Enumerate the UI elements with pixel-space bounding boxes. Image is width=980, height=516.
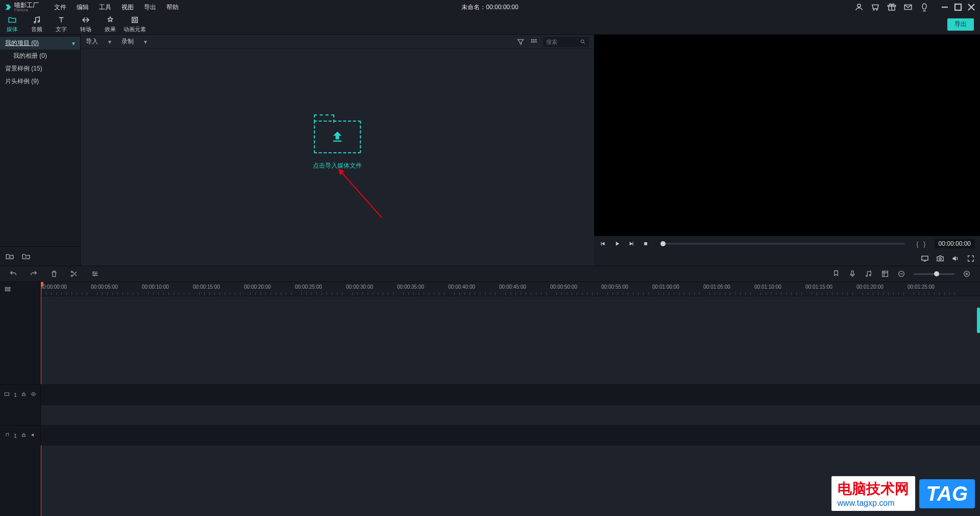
ruler-tick: 00:01:10:00 xyxy=(754,284,781,290)
audio-track-header[interactable]: 1 xyxy=(0,425,40,445)
tab-audio[interactable]: 音频 xyxy=(24,14,49,34)
import-drop-area[interactable]: 点击导入媒体文件 xyxy=(81,49,594,266)
preview-bottom-bar xyxy=(594,251,980,266)
ruler-tick: 00:00:35:00 xyxy=(397,284,424,290)
ruler-tick: 00:00:00:00 xyxy=(41,284,67,290)
ruler-tick: 00:01:00:00 xyxy=(652,284,679,290)
add-folder-icon[interactable] xyxy=(5,252,14,261)
chevron-down-icon: ▾ xyxy=(72,40,75,47)
svg-rect-14 xyxy=(5,392,9,395)
zoom-slider[interactable] xyxy=(914,273,954,275)
tab-effect[interactable]: 效果 xyxy=(98,14,122,34)
tab-transition[interactable]: 转场 xyxy=(74,14,98,34)
titlebar-right xyxy=(854,3,976,12)
import-dropdown[interactable]: 导入 ▾ xyxy=(86,37,111,46)
mark-brackets[interactable]: { } xyxy=(916,240,927,248)
mail-icon[interactable] xyxy=(903,3,913,12)
audio-track-icon xyxy=(4,432,10,439)
app-logo: 喵影工厂 Filmora xyxy=(4,2,39,12)
preview-scrubber[interactable] xyxy=(660,243,905,245)
snapshot-icon[interactable] xyxy=(936,254,944,263)
video-track-lane[interactable] xyxy=(41,384,980,405)
play-button[interactable] xyxy=(614,240,621,247)
eye-icon[interactable] xyxy=(31,391,36,398)
effect-icon xyxy=(106,15,115,25)
sidebar-item-my-album[interactable]: 我的相册 (0) xyxy=(0,50,80,62)
drop-folder-icon xyxy=(314,121,361,153)
cart-icon[interactable] xyxy=(871,3,880,12)
maximize-button[interactable] xyxy=(953,3,963,12)
menu-file[interactable]: 文件 xyxy=(54,3,66,12)
ruler-tick: 00:00:30:00 xyxy=(346,284,373,290)
timeline-options-button[interactable] xyxy=(0,282,40,296)
audio-track-lane[interactable] xyxy=(41,425,980,445)
close-button[interactable] xyxy=(967,3,976,12)
preview-viewport[interactable] xyxy=(594,35,980,236)
zoom-out-icon[interactable] xyxy=(897,270,905,278)
text-icon xyxy=(57,15,66,25)
animation-icon xyxy=(130,15,139,25)
menu-export[interactable]: 导出 xyxy=(144,3,156,12)
ruler-tick: 00:00:15:00 xyxy=(193,284,220,290)
stop-button[interactable] xyxy=(642,240,649,247)
tab-animation[interactable]: 动画元素 xyxy=(122,14,147,34)
menu-edit[interactable]: 编辑 xyxy=(77,3,89,12)
svg-rect-0 xyxy=(955,4,961,10)
export-button[interactable]: 导出 xyxy=(947,18,974,31)
search-input[interactable] xyxy=(543,37,589,47)
ruler-tick: 00:00:50:00 xyxy=(550,284,577,290)
media-toolbar: 导入 ▾ 录制 ▾ xyxy=(81,35,594,49)
prev-frame-button[interactable] xyxy=(599,240,606,247)
menu-view[interactable]: 视图 xyxy=(121,3,134,12)
display-icon[interactable] xyxy=(921,254,929,263)
tab-text[interactable]: 文字 xyxy=(49,14,74,34)
undo-icon[interactable] xyxy=(9,270,17,278)
minimize-button[interactable] xyxy=(940,3,949,12)
music-icon xyxy=(32,15,41,25)
zoom-in-icon[interactable] xyxy=(963,270,971,278)
menubar: 文件 编辑 工具 视图 导出 帮助 xyxy=(54,3,179,12)
timeline-ruler[interactable]: 00:00:00:0000:00:05:0000:00:10:0000:00:1… xyxy=(41,282,980,296)
ruler-tick: 00:00:40:00 xyxy=(448,284,475,290)
render-icon[interactable] xyxy=(881,270,889,278)
chevron-down-icon: ▾ xyxy=(144,38,147,45)
sidebar-item-intros[interactable]: 片头样例 (9) xyxy=(0,75,80,88)
sidebar: 我的项目 (0) ▾ 我的相册 (0) 背景样例 (15) 片头样例 (9) xyxy=(0,35,81,266)
next-frame-button[interactable] xyxy=(628,240,635,247)
feedback-icon[interactable] xyxy=(920,3,929,12)
user-icon[interactable] xyxy=(854,3,864,12)
grid-view-icon[interactable] xyxy=(530,38,538,46)
speaker-icon[interactable] xyxy=(31,432,36,439)
folder-icon xyxy=(8,15,17,25)
preview-panel: { } 00:00:00:00 xyxy=(594,35,980,266)
voiceover-icon[interactable] xyxy=(848,270,856,278)
split-icon[interactable] xyxy=(70,270,79,278)
svg-rect-4 xyxy=(644,242,647,245)
search-field[interactable] xyxy=(546,39,577,45)
ruler-tick: 00:01:25:00 xyxy=(908,284,935,290)
delete-icon[interactable] xyxy=(50,270,58,278)
gift-icon[interactable] xyxy=(887,3,896,12)
video-track-header[interactable]: 1 xyxy=(0,384,40,405)
record-dropdown[interactable]: 录制 ▾ xyxy=(121,37,147,46)
volume-icon[interactable] xyxy=(951,254,960,263)
track-gap xyxy=(41,405,980,425)
ruler-tick: 00:00:25:00 xyxy=(295,284,322,290)
tool-tabs: 媒体 音频 文字 转场 效果 动画元素 导出 xyxy=(0,14,980,35)
menu-tools[interactable]: 工具 xyxy=(99,3,111,12)
menu-help[interactable]: 帮助 xyxy=(166,3,179,12)
sidebar-item-backgrounds[interactable]: 背景样例 (15) xyxy=(0,62,80,75)
remove-folder-icon[interactable] xyxy=(21,252,31,261)
tab-media[interactable]: 媒体 xyxy=(0,14,24,34)
lock-icon[interactable] xyxy=(21,432,27,439)
svg-point-7 xyxy=(939,258,941,260)
filter-icon[interactable] xyxy=(517,38,525,46)
lock-icon[interactable] xyxy=(21,391,27,398)
layers-icon xyxy=(4,286,11,293)
marker-icon[interactable] xyxy=(832,270,840,278)
sidebar-item-my-project[interactable]: 我的项目 (0) ▾ xyxy=(0,37,80,50)
redo-icon[interactable] xyxy=(30,270,38,278)
fullscreen-icon[interactable] xyxy=(967,254,975,263)
adjust-icon[interactable] xyxy=(91,270,99,278)
audio-mix-icon[interactable] xyxy=(865,270,873,278)
